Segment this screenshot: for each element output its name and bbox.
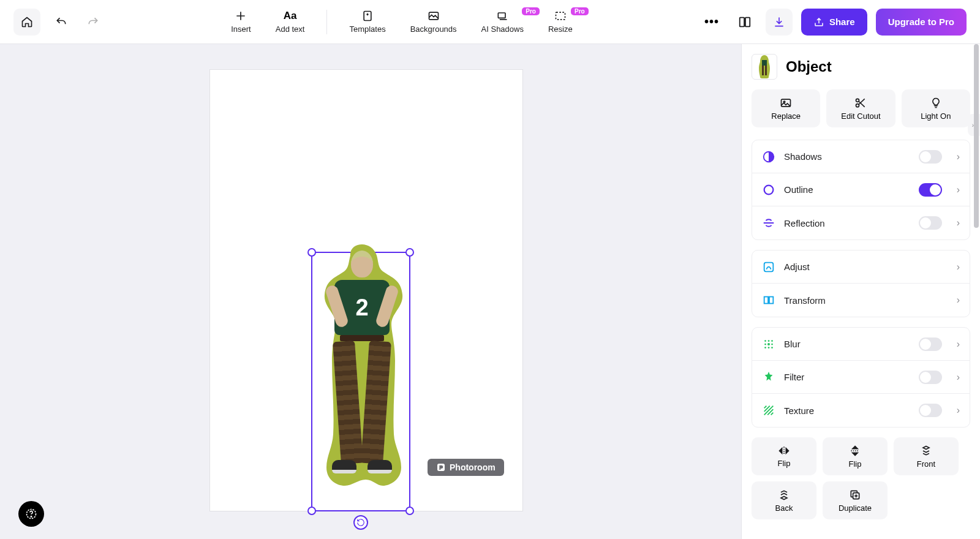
resize-handle-tl[interactable] <box>307 248 316 257</box>
chevron-right-icon: › <box>957 151 960 162</box>
chevron-right-icon: › <box>957 372 960 383</box>
flip-vertical-icon <box>850 445 861 457</box>
row-transform-label: Transform <box>784 295 942 306</box>
tile-light-on[interactable]: Light On <box>902 89 970 127</box>
action-front-label: Front <box>917 459 935 469</box>
scrollbar-thumb[interactable] <box>974 44 979 228</box>
more-button[interactable]: ••• <box>699 12 724 31</box>
section-transform: Adjust › Transform › <box>752 250 970 317</box>
action-flip-vertical[interactable]: Flip <box>823 437 888 475</box>
action-front[interactable]: Front <box>894 437 959 475</box>
tool-templates-label: Templates <box>349 24 385 34</box>
backgrounds-icon <box>428 10 440 22</box>
resize-handle-bl[interactable] <box>307 507 316 515</box>
tile-row: Replace Edit Cutout Light On <box>752 89 970 127</box>
share-button[interactable]: Share <box>801 9 867 36</box>
plus-icon <box>235 10 247 22</box>
undo-button[interactable] <box>50 11 72 33</box>
pro-badge: Pro <box>571 7 589 15</box>
svg-point-23 <box>771 340 773 342</box>
row-reflection[interactable]: Reflection › <box>752 206 970 239</box>
chevron-right-icon: › <box>957 295 960 306</box>
canvas-area[interactable]: 2 Photoroom <box>0 44 741 539</box>
panel-title: Object <box>786 58 832 75</box>
object-thumbnail[interactable] <box>752 54 777 80</box>
row-outline[interactable]: Outline › <box>752 173 970 206</box>
artboard[interactable]: 2 Photoroom <box>210 70 522 511</box>
toggle-texture[interactable] <box>919 404 942 417</box>
row-filter-label: Filter <box>784 372 910 382</box>
tile-light-on-label: Light On <box>921 111 951 121</box>
watermark-label: Photoroom <box>450 462 496 472</box>
tool-backgrounds[interactable]: Backgrounds <box>408 10 459 34</box>
shadows-icon <box>762 150 775 164</box>
duplicate-icon <box>849 489 861 501</box>
toggle-blur[interactable] <box>919 337 942 351</box>
tool-insert[interactable]: Insert <box>228 10 254 34</box>
share-icon <box>813 17 824 28</box>
row-blur[interactable]: Blur › <box>752 328 970 361</box>
row-shadows[interactable]: Shadows › <box>752 140 970 173</box>
toolbar-divider <box>326 10 327 34</box>
row-filter[interactable]: Filter › <box>752 361 970 394</box>
templates-icon <box>361 10 374 22</box>
rotate-handle[interactable] <box>353 515 368 530</box>
resize-handle-br[interactable] <box>405 507 414 515</box>
toggle-shadows[interactable] <box>919 150 942 164</box>
tile-edit-cutout[interactable]: Edit Cutout <box>826 89 895 127</box>
toolbar-center: Insert Aa Add text Templates Backgrounds… <box>109 10 695 34</box>
svg-rect-10 <box>762 66 764 75</box>
home-button[interactable] <box>13 9 40 36</box>
row-texture-label: Texture <box>784 405 910 416</box>
compare-icon <box>738 15 752 29</box>
row-outline-label: Outline <box>784 184 910 195</box>
upgrade-button[interactable]: Upgrade to Pro <box>876 9 967 36</box>
svg-point-14 <box>856 99 859 102</box>
front-icon <box>920 445 932 457</box>
toolbar-right: ••• Share Upgrade to Pro <box>699 9 967 36</box>
resize-handle-tr[interactable] <box>405 248 414 257</box>
selection-box[interactable]: 2 <box>311 252 410 511</box>
toggle-outline[interactable] <box>919 183 942 197</box>
row-reflection-label: Reflection <box>784 218 910 228</box>
filter-icon <box>762 371 775 384</box>
redo-icon <box>87 16 99 28</box>
download-button[interactable] <box>766 9 793 36</box>
tool-templates[interactable]: Templates <box>347 10 388 34</box>
bulb-icon <box>930 97 942 109</box>
object-cutout[interactable]: 2 <box>315 243 409 510</box>
svg-point-22 <box>768 340 770 342</box>
transform-icon <box>762 293 775 307</box>
tool-ai-shadows[interactable]: Pro AI Shadows <box>479 10 526 34</box>
row-adjust[interactable]: Adjust › <box>752 251 970 284</box>
tool-add-text[interactable]: Aa Add text <box>273 10 307 34</box>
toggle-reflection[interactable] <box>919 216 942 230</box>
svg-point-29 <box>771 347 773 349</box>
toolbar-left <box>13 9 104 36</box>
chevron-right-icon: › <box>957 339 960 350</box>
help-button[interactable] <box>18 501 44 527</box>
svg-point-26 <box>771 343 773 345</box>
row-transform[interactable]: Transform › <box>752 284 970 317</box>
reflection-icon <box>762 216 775 230</box>
svg-rect-4 <box>740 17 744 26</box>
action-flip-horizontal[interactable]: Flip <box>752 437 816 475</box>
action-flip-h-label: Flip <box>778 459 791 468</box>
action-duplicate[interactable]: Duplicate <box>823 481 888 519</box>
row-texture[interactable]: Texture › <box>752 394 970 427</box>
action-back[interactable]: Back <box>752 481 816 519</box>
adjust-icon <box>762 260 775 274</box>
download-icon <box>773 16 785 28</box>
tile-replace[interactable]: Replace <box>752 89 820 127</box>
tool-resize[interactable]: Pro Resize <box>546 10 575 34</box>
svg-rect-11 <box>765 66 767 75</box>
toggle-filter[interactable] <box>919 371 942 384</box>
redo-button[interactable] <box>82 11 104 33</box>
flip-horizontal-icon <box>778 445 790 456</box>
action-flip-v-label: Flip <box>849 459 862 469</box>
chevron-right-icon: › <box>957 217 960 228</box>
ai-shadows-icon <box>496 10 508 22</box>
action-duplicate-label: Duplicate <box>839 503 872 513</box>
compare-button[interactable] <box>733 10 757 34</box>
workspace: 2 Photoroom <box>0 44 980 539</box>
